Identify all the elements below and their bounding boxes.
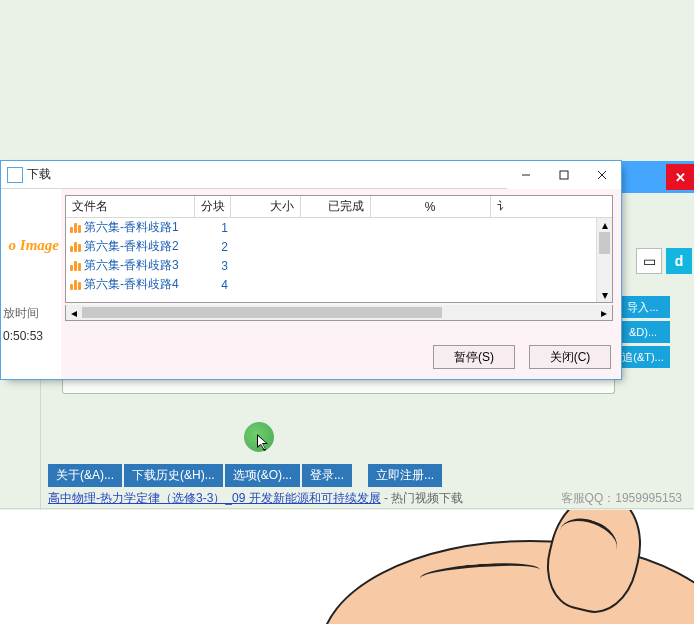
cell-empty (230, 256, 300, 275)
cell-empty (370, 275, 490, 294)
cell-chunk: 2 (194, 237, 230, 256)
close-icon: ✕ (675, 170, 686, 185)
address-bar-remnant (62, 380, 615, 394)
file-icon (70, 259, 82, 271)
cell-empty (300, 218, 370, 237)
cell-empty (230, 218, 300, 237)
maximize-button[interactable] (545, 161, 583, 189)
col-percent[interactable]: % (370, 196, 490, 218)
vscroll-thumb[interactable] (599, 232, 610, 254)
cell-empty (230, 237, 300, 256)
scroll-up-icon[interactable]: ▴ (597, 218, 612, 232)
tab-login[interactable]: 登录... (302, 464, 354, 487)
table-header-row: 文件名 分块 大小 已完成 % 讠 (66, 196, 612, 218)
support-qq-value: 1959995153 (615, 491, 682, 505)
support-qq: 客服QQ：1959995153 (561, 490, 682, 507)
cell-empty (490, 256, 612, 275)
cell-chunk: 3 (194, 256, 230, 275)
scroll-left-icon[interactable]: ◂ (66, 305, 82, 320)
download-dialog: 下载 o Image 放时间 0:50:53 文件名 (0, 160, 622, 380)
hot-video-link[interactable]: 高中物理-热力学定律（选修3-3）_09 开发新能源和可持续发展 (48, 491, 381, 505)
track-button[interactable]: 追(&T)... (616, 346, 670, 368)
cell-empty (300, 275, 370, 294)
illustration-area (0, 510, 694, 624)
footer-tabbar: 关于(&A)... 下载历史(&H)... 选项(&O)... 登录... 立即… (48, 464, 444, 487)
cursor-highlight (244, 422, 274, 452)
play-time-label: 放时间 (1, 305, 61, 322)
scroll-down-icon[interactable]: ▾ (597, 288, 612, 302)
app-icon (7, 167, 23, 183)
dialog-title: 下载 (27, 166, 507, 183)
cell-chunk: 1 (194, 218, 230, 237)
cell-filename: 第六集-香料歧路4 (66, 275, 194, 294)
play-time-value: 0:50:53 (1, 329, 43, 343)
minimize-button[interactable] (507, 161, 545, 189)
cell-chunk: 4 (194, 275, 230, 294)
site-icon-row: ▭ d (636, 248, 692, 274)
import-button[interactable]: 导入... (616, 296, 670, 318)
col-filename[interactable]: 文件名 (66, 196, 194, 218)
tab-register[interactable]: 立即注册... (368, 464, 444, 487)
hot-video-suffix: - 热门视频下载 (381, 491, 464, 505)
svg-rect-1 (560, 171, 568, 179)
content-separator (0, 508, 694, 509)
tab-about[interactable]: 关于(&A)... (48, 464, 124, 487)
cell-empty (490, 275, 612, 294)
vscroll-track[interactable] (597, 232, 612, 288)
table-row[interactable]: 第六集-香料歧路44 (66, 275, 612, 294)
dialog-titlebar[interactable]: 下载 (1, 161, 621, 189)
bd-button[interactable]: &D)... (616, 321, 670, 343)
site-d-icon[interactable]: d (666, 248, 692, 274)
dialog-close-button[interactable] (583, 161, 621, 189)
file-icon (70, 278, 82, 290)
download-table: 文件名 分块 大小 已完成 % 讠 第六集-香料歧路11第六集-香料歧路22第 (65, 195, 613, 303)
cell-empty (490, 218, 612, 237)
site-box-icon[interactable]: ▭ (636, 248, 662, 274)
hscroll-track[interactable] (82, 305, 596, 320)
support-qq-label: 客服QQ： (561, 491, 616, 505)
cell-empty (300, 256, 370, 275)
close-button[interactable]: 关闭(C) (529, 345, 611, 369)
col-size[interactable]: 大小 (230, 196, 300, 218)
panel-divider (40, 380, 42, 510)
minimize-icon (521, 170, 531, 180)
col-chunk[interactable]: 分块 (194, 196, 230, 218)
cell-filename: 第六集-香料歧路2 (66, 237, 194, 256)
right-action-column: 导入... &D)... 追(&T)... (616, 296, 670, 368)
maximize-icon (559, 170, 569, 180)
pause-button[interactable]: 暂停(S) (433, 345, 515, 369)
cell-empty (370, 237, 490, 256)
cell-empty (300, 237, 370, 256)
hot-video-link-row: 高中物理-热力学定律（选修3-3）_09 开发新能源和可持续发展 - 热门视频下… (48, 490, 463, 507)
file-icon (70, 221, 82, 233)
hscroll-thumb[interactable] (82, 307, 442, 318)
close-icon (597, 170, 607, 180)
col-done[interactable]: 已完成 (300, 196, 370, 218)
cell-filename: 第六集-香料歧路1 (66, 218, 194, 237)
parent-close-button[interactable]: ✕ (666, 164, 694, 190)
table-row[interactable]: 第六集-香料歧路33 (66, 256, 612, 275)
tab-history[interactable]: 下载历史(&H)... (124, 464, 225, 487)
vertical-scrollbar[interactable]: ▴ ▾ (596, 218, 612, 302)
tab-options[interactable]: 选项(&O)... (225, 464, 302, 487)
cell-empty (370, 218, 490, 237)
table-row[interactable]: 第六集-香料歧路22 (66, 237, 612, 256)
scroll-right-icon[interactable]: ▸ (596, 305, 612, 320)
no-image-placeholder: o Image (1, 189, 61, 254)
thumbnail-panel: o Image 放时间 0:50:53 (1, 189, 61, 379)
file-icon (70, 240, 82, 252)
cell-empty (370, 256, 490, 275)
cell-filename: 第六集-香料歧路3 (66, 256, 194, 275)
col-overflow[interactable]: 讠 (490, 196, 612, 218)
horizontal-scrollbar[interactable]: ◂ ▸ (65, 305, 613, 321)
table-row[interactable]: 第六集-香料歧路11 (66, 218, 612, 237)
cell-empty (230, 275, 300, 294)
cell-empty (490, 237, 612, 256)
